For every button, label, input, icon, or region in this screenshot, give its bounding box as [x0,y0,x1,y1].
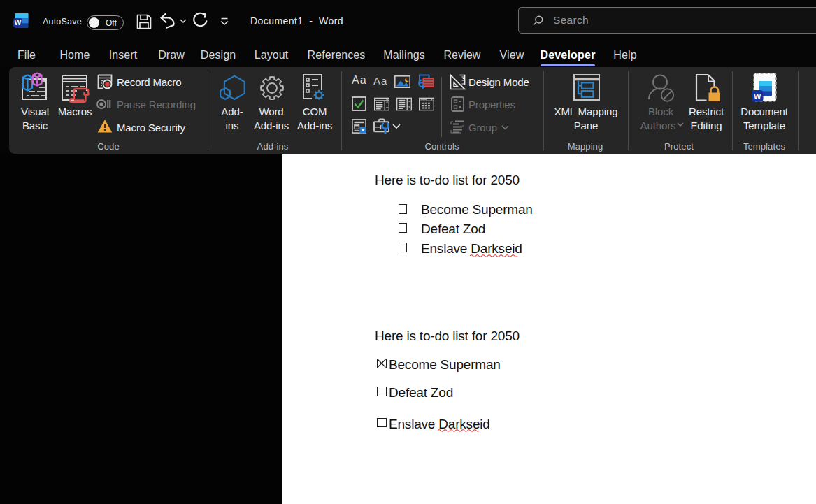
svg-text:W: W [754,92,761,101]
svg-text:W: W [15,18,22,27]
